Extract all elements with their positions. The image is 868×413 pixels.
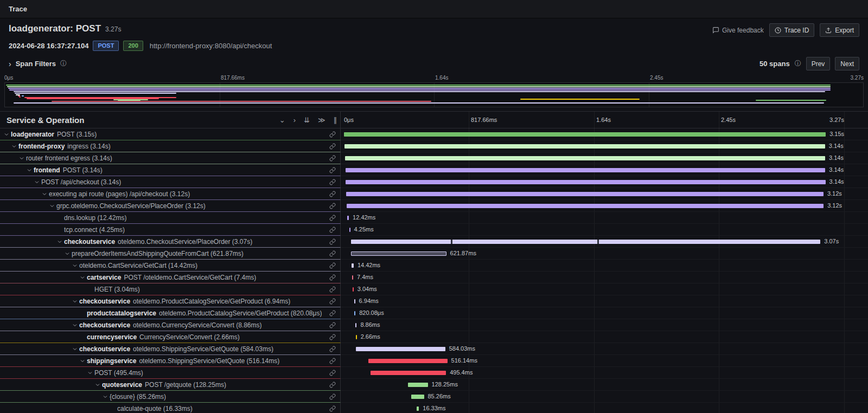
span-bar[interactable]	[411, 395, 424, 399]
span-bar[interactable]	[355, 323, 357, 327]
span-bar[interactable]	[354, 311, 355, 315]
span-name-cell[interactable]: grpc.oteldemo.CheckoutService/PlaceOrder…	[0, 200, 341, 212]
span-name-cell[interactable]: prepareOrderItemsAndShippingQuoteFromCar…	[0, 248, 341, 260]
collapse-chevron-icon[interactable]	[48, 203, 56, 209]
span-name-cell[interactable]: dns.lookup (12.42ms)	[0, 212, 341, 224]
span-filters-expand-icon[interactable]: ›	[9, 60, 11, 68]
span-link-icon[interactable]	[325, 238, 340, 245]
collapse-chevron-icon[interactable]	[71, 322, 79, 328]
span-bar[interactable]	[408, 383, 427, 387]
span-name-cell[interactable]: tcp.connect (4.25ms)	[0, 224, 341, 236]
span-bar[interactable]	[345, 156, 825, 160]
column-resize-grip[interactable]: ∥	[334, 116, 337, 124]
span-bar[interactable]	[349, 228, 350, 232]
collapse-one-icon[interactable]: ⌄	[279, 116, 285, 124]
span-link-icon[interactable]	[325, 203, 340, 209]
span-count-info-icon[interactable]: ⓘ	[795, 59, 801, 68]
span-bar[interactable]	[346, 168, 826, 172]
span-link-icon[interactable]	[325, 250, 340, 257]
export-button[interactable]: Export	[820, 23, 859, 37]
span-bar[interactable]	[344, 144, 825, 149]
span-name-cell[interactable]: executing api route (pages) /api/checkou…	[0, 188, 341, 200]
span-name-cell[interactable]: checkoutserviceoteldemo.ProductCatalogSe…	[0, 295, 341, 307]
span-link-icon[interactable]	[325, 393, 340, 400]
trace-minimap[interactable]	[4, 82, 864, 107]
span-name-cell[interactable]: HGET (3.04ms)	[0, 283, 341, 295]
span-name-cell[interactable]: checkoutserviceoteldemo.ShippingService/…	[0, 343, 341, 355]
span-link-icon[interactable]	[325, 155, 340, 162]
span-link-icon[interactable]	[325, 167, 340, 173]
span-filters-info-icon[interactable]: ⓘ	[60, 59, 67, 68]
span-name-cell[interactable]: POST /api/checkout (3.14s)	[0, 176, 341, 188]
span-name-cell[interactable]: currencyserviceCurrencyService/Convert (…	[0, 331, 341, 343]
expand-all-icon[interactable]: ≫	[318, 116, 326, 124]
collapse-chevron-icon[interactable]	[40, 191, 49, 197]
span-bar[interactable]	[351, 251, 446, 256]
span-name-cell[interactable]: checkoutserviceoteldemo.CurrencyService/…	[0, 319, 341, 331]
collapse-chevron-icon[interactable]	[78, 274, 87, 281]
span-bar[interactable]	[352, 275, 353, 280]
span-link-icon[interactable]	[325, 370, 340, 376]
span-bar[interactable]	[356, 347, 445, 351]
span-link-icon[interactable]	[325, 405, 340, 412]
collapse-chevron-icon[interactable]	[2, 131, 11, 138]
span-link-icon[interactable]	[325, 215, 340, 221]
span-bar[interactable]	[354, 299, 355, 304]
span-bar[interactable]	[368, 359, 448, 363]
span-bar[interactable]	[353, 287, 354, 292]
collapse-chevron-icon[interactable]	[55, 238, 64, 245]
span-link-icon[interactable]	[325, 143, 340, 150]
collapse-chevron-icon[interactable]	[10, 143, 18, 150]
span-bar[interactable]	[371, 371, 446, 375]
span-name-cell[interactable]: checkoutserviceoteldemo.CheckoutService/…	[0, 236, 341, 248]
give-feedback-link[interactable]: Give feedback	[712, 27, 764, 34]
span-link-icon[interactable]	[325, 382, 340, 388]
span-link-icon[interactable]	[325, 179, 340, 185]
trace-id-button[interactable]: Trace ID	[769, 23, 815, 37]
span-name-cell[interactable]: loadgeneratorPOST (3.15s)	[0, 128, 341, 140]
span-bar[interactable]	[356, 335, 357, 339]
span-name-cell[interactable]: calculate-quote (16.33ms)	[0, 403, 341, 413]
collapse-chevron-icon[interactable]	[33, 179, 41, 185]
collapse-chevron-icon[interactable]	[63, 250, 72, 257]
collapse-chevron-icon[interactable]	[101, 393, 110, 400]
span-name-cell[interactable]: oteldemo.CartService/GetCart (14.42ms)	[0, 260, 341, 272]
span-link-icon[interactable]	[325, 286, 340, 293]
collapse-chevron-icon[interactable]	[86, 370, 94, 376]
collapse-chevron-icon[interactable]	[71, 298, 79, 305]
span-bar[interactable]	[346, 192, 824, 196]
span-link-icon[interactable]	[325, 274, 340, 281]
span-name-cell[interactable]: frontend-proxyingress (3.14s)	[0, 140, 341, 152]
span-bar[interactable]	[347, 216, 349, 220]
span-bar[interactable]	[352, 263, 354, 268]
span-name-cell[interactable]: {closure} (85.26ms)	[0, 391, 341, 403]
span-link-icon[interactable]	[325, 322, 340, 328]
span-link-icon[interactable]	[325, 262, 340, 269]
span-name-cell[interactable]: router frontend egress (3.14s)	[0, 152, 341, 164]
span-link-icon[interactable]	[325, 227, 340, 233]
span-link-icon[interactable]	[325, 358, 340, 364]
span-name-cell[interactable]: frontendPOST (3.14s)	[0, 164, 341, 176]
collapse-chevron-icon[interactable]	[25, 167, 34, 173]
span-name-cell[interactable]: quoteservicePOST /getquote (128.25ms)	[0, 379, 341, 391]
collapse-all-icon[interactable]: ⇊	[304, 116, 310, 124]
span-bar[interactable]	[417, 406, 419, 411]
span-bar[interactable]	[346, 180, 826, 184]
span-name-cell[interactable]: POST (495.4ms)	[0, 367, 341, 379]
span-link-icon[interactable]	[325, 191, 340, 197]
expand-one-icon[interactable]: ›	[293, 116, 296, 124]
collapse-chevron-icon[interactable]	[17, 155, 26, 162]
span-link-icon[interactable]	[325, 298, 340, 305]
collapse-chevron-icon[interactable]	[71, 262, 79, 269]
collapse-chevron-icon[interactable]	[93, 382, 102, 388]
span-bar[interactable]	[351, 240, 821, 244]
next-span-button[interactable]: Next	[835, 57, 859, 70]
collapse-chevron-icon[interactable]	[71, 346, 79, 352]
span-link-icon[interactable]	[325, 346, 340, 352]
span-filters-label[interactable]: Span Filters	[16, 60, 56, 68]
span-name-cell[interactable]: shippingserviceoteldemo.ShippingService/…	[0, 355, 341, 367]
prev-span-button[interactable]: Prev	[806, 57, 831, 70]
span-name-cell[interactable]: cartservicePOST /oteldemo.CartService/Ge…	[0, 272, 341, 283]
span-link-icon[interactable]	[325, 131, 340, 138]
span-name-cell[interactable]: productcatalogserviceoteldemo.ProductCat…	[0, 307, 341, 319]
